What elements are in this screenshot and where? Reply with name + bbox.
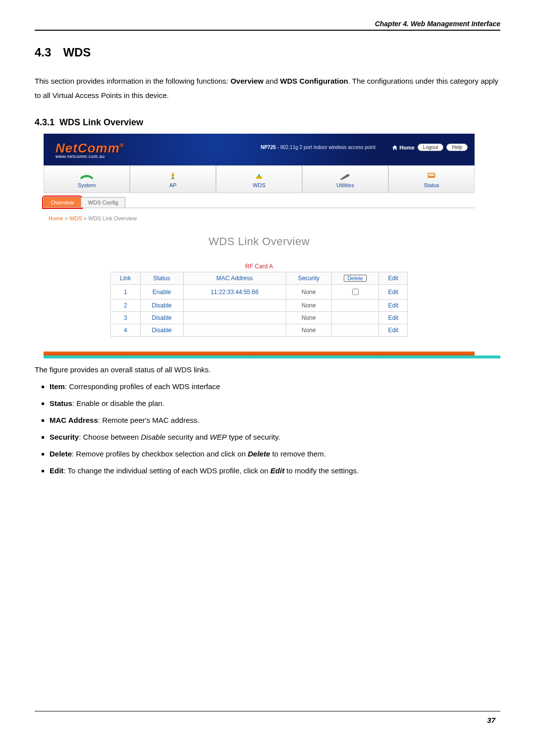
cell-status[interactable]: Enable bbox=[140, 285, 183, 300]
crumb-wds[interactable]: WDS bbox=[69, 215, 82, 221]
section-number: 4.3 bbox=[35, 46, 51, 59]
home-icon bbox=[392, 145, 398, 151]
table-row: 3DisableNoneEdit bbox=[111, 312, 408, 324]
cell-security: None bbox=[286, 312, 331, 324]
subsection-name: WDS Link Overview bbox=[59, 117, 143, 127]
svg-rect-2 bbox=[428, 175, 434, 176]
cell-mac bbox=[183, 312, 286, 324]
app-header: NetComm® www.netcomm.com.au NP725 - 802.… bbox=[44, 134, 475, 165]
nav-label: Utilities bbox=[336, 182, 354, 188]
cell-mac bbox=[183, 324, 286, 337]
cell-mac: 11:22:33:44:55:66 bbox=[183, 285, 286, 300]
th-link: Link bbox=[111, 272, 141, 285]
th-delete: Delete bbox=[331, 272, 379, 285]
cell-status[interactable]: Disable bbox=[140, 324, 183, 337]
list-item: Item: Corresponding profiles of each WDS… bbox=[50, 381, 500, 393]
th-status: Status bbox=[140, 272, 183, 285]
cell-link: 3 bbox=[111, 312, 141, 324]
subsection-number: 4.3.1 bbox=[35, 117, 54, 127]
sub-tabs: Overview WDS Config bbox=[44, 197, 475, 207]
list-item: Status: Enable or disable the plan. bbox=[50, 398, 500, 409]
screenshot-footer-bar bbox=[44, 352, 475, 355]
screenshot: NetComm® www.netcomm.com.au NP725 - 802.… bbox=[44, 134, 500, 358]
home-label: Home bbox=[399, 145, 415, 151]
nav-system[interactable]: System bbox=[44, 165, 130, 193]
wds-table: Link Status MAC Address Security Delete … bbox=[110, 272, 408, 337]
cell-mac bbox=[183, 300, 286, 312]
cell-link: 2 bbox=[111, 300, 141, 312]
utilities-icon bbox=[339, 170, 351, 182]
cell-delete bbox=[331, 285, 379, 300]
table-row: 4DisableNoneEdit bbox=[111, 324, 408, 337]
nav-label: System bbox=[78, 182, 96, 188]
list-item: Delete: Remove profiles by checkbox sele… bbox=[50, 448, 500, 460]
help-button[interactable]: Help bbox=[446, 144, 468, 151]
figure-caption: The figure provides an overall status of… bbox=[35, 365, 500, 374]
cell-delete bbox=[331, 300, 379, 312]
page-rule bbox=[35, 711, 500, 711]
teal-divider bbox=[44, 355, 500, 358]
delete-checkbox[interactable] bbox=[352, 289, 359, 295]
cell-security: None bbox=[286, 324, 331, 337]
ap-icon bbox=[168, 170, 178, 182]
table-row: 1Enable11:22:33:44:55:66NoneEdit bbox=[111, 285, 408, 300]
nav-utilities[interactable]: Utilities bbox=[302, 165, 388, 193]
brand-logo: NetComm® bbox=[55, 141, 125, 156]
panel-title: WDS Link Overview bbox=[44, 235, 475, 248]
nav-ap[interactable]: AP bbox=[130, 165, 216, 193]
cell-edit[interactable]: Edit bbox=[379, 285, 408, 300]
tab-overview[interactable]: Overview bbox=[44, 197, 81, 207]
section-title: 4.3WDS bbox=[35, 46, 500, 59]
crumb-home[interactable]: Home bbox=[49, 215, 63, 221]
section-name: WDS bbox=[63, 46, 91, 59]
chapter-header: Chapter 4. Web Management Interface bbox=[35, 20, 500, 31]
page-number: 37 bbox=[487, 716, 495, 724]
cell-delete bbox=[331, 324, 379, 337]
svg-rect-1 bbox=[428, 174, 434, 175]
th-security: Security bbox=[286, 272, 331, 285]
cell-link: 4 bbox=[111, 324, 141, 337]
cell-edit[interactable]: Edit bbox=[379, 300, 408, 312]
list-item: MAC Address: Remote peer's MAC address. bbox=[50, 414, 500, 426]
nav-label: Status bbox=[424, 182, 439, 188]
delete-header-button[interactable]: Delete bbox=[344, 275, 367, 282]
system-icon bbox=[80, 170, 93, 182]
intro-text: and bbox=[264, 77, 280, 85]
cell-delete bbox=[331, 312, 379, 324]
intro-overview: Overview bbox=[230, 77, 264, 85]
cell-edit[interactable]: Edit bbox=[379, 324, 408, 337]
crumb-current: WDS Link Overview bbox=[88, 215, 137, 221]
cell-security: None bbox=[286, 300, 331, 312]
intro-wds-config: WDS Configuration bbox=[280, 77, 348, 85]
logout-button[interactable]: Logout bbox=[418, 144, 444, 151]
nav-label: WDS bbox=[253, 182, 266, 188]
breadcrumb: Home > WDS > WDS Link Overview bbox=[49, 215, 475, 221]
th-edit: Edit bbox=[379, 272, 408, 285]
nav-label: AP bbox=[169, 182, 177, 188]
cell-status[interactable]: Disable bbox=[140, 300, 183, 312]
list-item: Edit: To change the individual setting o… bbox=[50, 465, 500, 477]
cell-security: None bbox=[286, 285, 331, 300]
product-label: NP725 - 802.11g 2 port indoor wireless a… bbox=[261, 145, 375, 150]
nav-wds[interactable]: WDS bbox=[216, 165, 302, 193]
th-mac: MAC Address bbox=[183, 272, 286, 285]
list-item: Security: Choose between Disable securit… bbox=[50, 431, 500, 443]
main-nav: System AP WDS bbox=[44, 165, 475, 193]
tab-wds-config[interactable]: WDS Config bbox=[81, 197, 126, 207]
nav-status[interactable]: Status bbox=[388, 165, 475, 193]
cell-status[interactable]: Disable bbox=[140, 312, 183, 324]
rf-card-title: RF Card A bbox=[44, 263, 475, 270]
intro-text: This section provides information in the… bbox=[35, 77, 230, 85]
definition-list: Item: Corresponding profiles of each WDS… bbox=[35, 381, 500, 477]
subsection-title: 4.3.1 WDS Link Overview bbox=[35, 117, 500, 128]
cell-link: 1 bbox=[111, 285, 141, 300]
table-row: 2DisableNoneEdit bbox=[111, 300, 408, 312]
status-icon bbox=[426, 170, 437, 182]
intro-paragraph: This section provides information in the… bbox=[35, 74, 500, 102]
wds-icon bbox=[254, 170, 265, 182]
cell-edit[interactable]: Edit bbox=[379, 312, 408, 324]
home-link[interactable]: Home bbox=[392, 145, 415, 151]
